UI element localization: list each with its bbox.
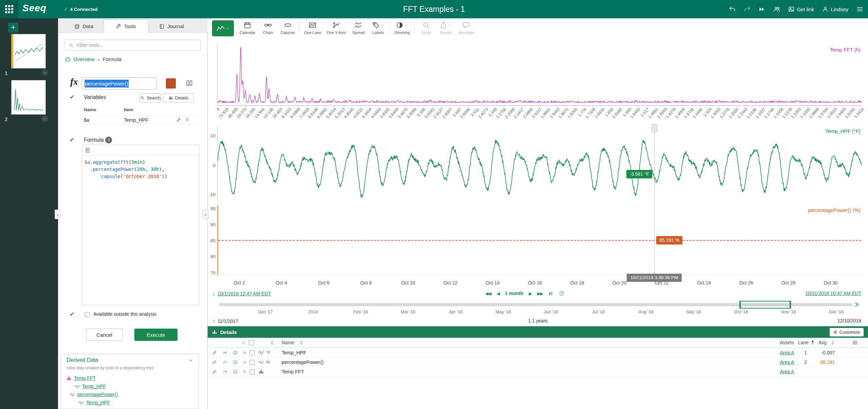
toolbar-calendar-button[interactable]: Calendar bbox=[237, 20, 258, 37]
help-icon[interactable]: ? bbox=[105, 137, 112, 143]
hpf-lane[interactable] bbox=[217, 126, 861, 202]
row-checkbox[interactable] bbox=[250, 350, 255, 355]
toolbar-spread-button[interactable]: Spread bbox=[348, 20, 368, 37]
document-icon[interactable] bbox=[85, 148, 90, 153]
collapse-tools-handle[interactable]: « bbox=[203, 210, 209, 219]
step-forward-full-button[interactable]: ▶▶ bbox=[537, 291, 543, 296]
view-selector-button[interactable] bbox=[212, 20, 234, 36]
details-button[interactable]: Details bbox=[163, 93, 194, 102]
derived-data-item[interactable]: Temp_HPF bbox=[61, 382, 199, 390]
toolbar-oneyaxis-button[interactable]: One Y-Axis bbox=[324, 20, 348, 37]
signal-name[interactable]: Temp FFT bbox=[282, 369, 304, 374]
step-back-half-button[interactable]: ◀ bbox=[496, 291, 499, 296]
col-avg[interactable]: Avg bbox=[818, 340, 827, 345]
app-grid-button[interactable] bbox=[0, 0, 18, 18]
col-assets[interactable]: Assets bbox=[780, 340, 794, 345]
table-grid-icon[interactable] bbox=[852, 340, 857, 345]
formula-code[interactable]: $a.aggregate(fft(5min) .percentagePower(… bbox=[82, 155, 199, 183]
col-lane[interactable]: Lane bbox=[798, 340, 809, 345]
asset-link[interactable]: Area A bbox=[780, 350, 794, 355]
sort-icon[interactable] bbox=[831, 340, 834, 345]
skip-to-now-button[interactable] bbox=[548, 291, 553, 296]
col-name[interactable]: Name bbox=[282, 340, 294, 345]
add-worksheet-button[interactable]: + bbox=[8, 22, 18, 33]
derived-data-item[interactable]: Temp_HPF bbox=[61, 398, 199, 407]
color-swatch-button[interactable] bbox=[166, 78, 176, 89]
home-icon[interactable] bbox=[65, 56, 71, 62]
collapse-sidebar-handle[interactable]: « bbox=[55, 210, 61, 219]
hamburger-menu-icon[interactable] bbox=[856, 6, 863, 13]
asset-link[interactable]: Area A bbox=[780, 359, 794, 365]
selection-handle-right[interactable] bbox=[790, 301, 791, 309]
redo-icon[interactable] bbox=[744, 6, 751, 13]
range-start-link[interactable]: 10/1/2018 12:47 AM EDT bbox=[218, 291, 271, 296]
derive-icon[interactable] bbox=[223, 369, 227, 374]
step-forward-half-button[interactable]: ▶ bbox=[529, 291, 532, 296]
search-button[interactable]: Search bbox=[139, 93, 161, 102]
info-icon[interactable] bbox=[233, 360, 238, 365]
signal-name[interactable]: percentagePower() bbox=[282, 359, 323, 365]
formula-name-input[interactable]: percentagePower() bbox=[82, 77, 156, 90]
toolbar-capsule-button[interactable]: Capsule bbox=[278, 20, 298, 37]
derived-item-link[interactable]: Temp_HPF bbox=[82, 384, 106, 389]
tab-journal[interactable]: Journal bbox=[149, 20, 194, 33]
duration-selector[interactable]: 1 month bbox=[505, 291, 523, 296]
get-link-button[interactable]: Get link bbox=[788, 6, 814, 12]
selection-handle-left[interactable] bbox=[739, 301, 741, 309]
toolbar-labels-button[interactable]: Labels bbox=[368, 20, 388, 37]
derived-data-item[interactable]: percentagePower() bbox=[61, 390, 199, 398]
remove-item-icon[interactable] bbox=[243, 351, 247, 355]
undo-icon[interactable] bbox=[729, 6, 736, 13]
worksheet-menu-button[interactable] bbox=[41, 69, 48, 76]
info-icon[interactable] bbox=[233, 369, 238, 374]
derived-item-link[interactable]: Temp_HPF bbox=[86, 400, 110, 405]
edit-variable-icon[interactable] bbox=[176, 117, 181, 122]
row-checkbox[interactable] bbox=[250, 369, 255, 374]
cancel-button[interactable]: Cancel bbox=[86, 329, 122, 341]
derived-item-link[interactable]: percentagePower() bbox=[77, 392, 118, 397]
toolbar-dimming-button[interactable]: Dimming bbox=[392, 20, 412, 37]
derive-icon[interactable] bbox=[223, 350, 227, 355]
derived-data-item[interactable]: Temp FFT bbox=[61, 374, 199, 382]
available-outside-checkbox[interactable] bbox=[85, 312, 90, 317]
toolbar-chain-button[interactable]: Chain bbox=[258, 20, 278, 37]
tab-tools[interactable]: Tools bbox=[103, 20, 148, 33]
collapse-chevron-icon[interactable] bbox=[188, 358, 194, 363]
worksheet-menu-button[interactable] bbox=[41, 115, 48, 122]
fft-lane[interactable] bbox=[217, 43, 861, 106]
user-menu[interactable]: Lindsey bbox=[822, 6, 848, 12]
customize-button[interactable]: Customize bbox=[830, 328, 864, 336]
derive-icon[interactable] bbox=[223, 360, 227, 365]
remove-item-icon[interactable] bbox=[243, 370, 247, 374]
signal-name[interactable]: Temp_HPF bbox=[282, 350, 306, 355]
execute-button[interactable]: Execute bbox=[134, 329, 177, 341]
select-all-checkbox[interactable] bbox=[249, 340, 254, 345]
worksheet-thumbnail-1[interactable] bbox=[11, 34, 46, 69]
sort-icon[interactable] bbox=[300, 340, 303, 345]
timebar-zoom-icon[interactable] bbox=[854, 301, 860, 308]
toolbar-onelane-button[interactable]: One Lane bbox=[301, 20, 324, 37]
breadcrumb-overview-link[interactable]: Overview bbox=[73, 56, 95, 62]
auto-update-button[interactable] bbox=[559, 291, 564, 296]
investigate-start[interactable]: 11/1/2017 bbox=[218, 318, 238, 324]
share-users-icon[interactable] bbox=[773, 6, 780, 13]
filter-tools-input[interactable] bbox=[77, 42, 197, 48]
sort-icon[interactable] bbox=[271, 340, 274, 345]
formula-editor[interactable]: $a.aggregate(fft(5min) .percentagePower(… bbox=[82, 145, 199, 305]
edit-item-icon[interactable] bbox=[212, 369, 217, 374]
remove-item-icon[interactable] bbox=[243, 360, 247, 364]
asset-link[interactable]: Area A bbox=[780, 369, 794, 374]
panel-layout-icon[interactable] bbox=[186, 80, 193, 86]
investigate-end[interactable]: 12/10/2018 bbox=[837, 318, 861, 324]
tab-data[interactable]: Data bbox=[65, 20, 103, 33]
sort-asc-icon[interactable] bbox=[811, 340, 814, 345]
timebar-selection[interactable] bbox=[740, 301, 791, 309]
worksheet-thumbnail-2[interactable] bbox=[11, 80, 46, 115]
cursor-handle[interactable]: ⋮ bbox=[652, 124, 657, 132]
edit-item-icon[interactable] bbox=[212, 360, 217, 365]
present-icon[interactable] bbox=[759, 6, 765, 13]
derived-item-link[interactable]: Temp FFT bbox=[74, 375, 96, 381]
info-icon[interactable] bbox=[233, 350, 238, 355]
step-back-full-button[interactable]: ◀◀ bbox=[485, 291, 491, 296]
range-end-link[interactable]: 10/31/2018 10:47 AM EDT bbox=[805, 291, 861, 296]
